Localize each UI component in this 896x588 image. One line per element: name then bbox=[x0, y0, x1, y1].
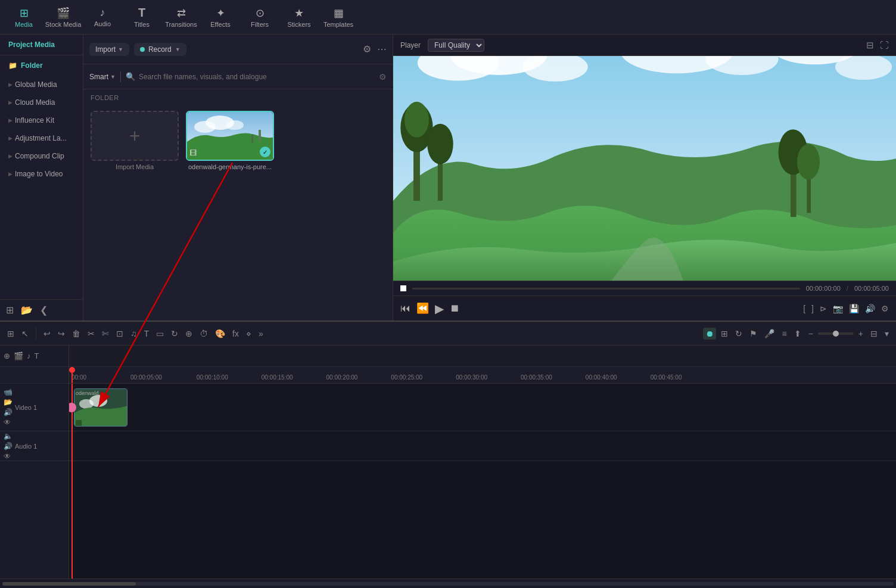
timeline-track-icon[interactable]: ≡ bbox=[779, 328, 789, 340]
timeline-scroll-track[interactable] bbox=[2, 582, 894, 586]
volume-icon[interactable]: 🔊 bbox=[865, 304, 875, 313]
toolbar-templates[interactable]: ▦ Templates bbox=[319, 2, 357, 32]
timeline-zoom-out-icon[interactable]: − bbox=[806, 328, 816, 340]
timeline-export-icon[interactable]: ⬆ bbox=[792, 328, 804, 340]
sidebar-item-cloud-media[interactable]: ▶ Cloud Media bbox=[0, 94, 83, 111]
grid-view-icon[interactable]: ⊞ bbox=[6, 304, 14, 316]
smart-button[interactable]: Smart ▼ bbox=[89, 73, 116, 81]
timeline-layout-icon[interactable]: ⊟ bbox=[868, 328, 880, 340]
audio1-volume-icon[interactable]: 🔊 bbox=[4, 442, 13, 450]
sidebar-item-global-media[interactable]: ▶ Global Media bbox=[0, 76, 83, 94]
timeline-loop-icon[interactable]: ↻ bbox=[733, 328, 745, 340]
snapshot-icon[interactable]: 📷 bbox=[833, 304, 843, 313]
progress-bar[interactable] bbox=[412, 288, 800, 290]
save-frame-icon[interactable]: 💾 bbox=[849, 304, 859, 313]
sidebar-item-adjustment[interactable]: ▶ Adjustment La... bbox=[0, 129, 83, 147]
frame-back-icon[interactable]: ⏪ bbox=[416, 302, 429, 315]
timeline-delete-icon[interactable]: 🗑 bbox=[70, 328, 83, 340]
timeline-crop-icon[interactable]: ⊡ bbox=[114, 328, 126, 340]
import-button[interactable]: Import ▼ bbox=[89, 43, 129, 56]
toolbar-stickers[interactable]: ★ Stickers bbox=[280, 2, 318, 32]
audio1-speaker-icon[interactable]: 🔈 bbox=[4, 432, 13, 440]
play-icon[interactable]: ▶ bbox=[435, 301, 444, 316]
timeline-keyframe-icon[interactable]: ⋄ bbox=[244, 328, 254, 340]
sidebar-global-media-label: Global Media bbox=[15, 80, 57, 89]
zoom-slider[interactable] bbox=[818, 332, 854, 335]
timeline-more-icon[interactable]: » bbox=[256, 328, 266, 340]
toolbar-titles-label: Titles bbox=[134, 21, 150, 28]
timeline-snap-icon[interactable]: ⊞ bbox=[718, 328, 730, 340]
stock-media-icon: 🎬 bbox=[57, 7, 70, 20]
video-clip-item[interactable]: odenwald... bbox=[74, 388, 127, 427]
timeline-mic-icon[interactable]: 🎤 bbox=[762, 328, 777, 340]
app-container: ⊞ Media 🎬 Stock Media ♪ Audio T Titles ⇄… bbox=[0, 0, 896, 588]
timeline-grid-icon[interactable]: ⊞ bbox=[5, 328, 17, 340]
timeline-rotate-icon[interactable]: ↻ bbox=[169, 328, 181, 340]
timeline-marker-icon[interactable]: ⚑ bbox=[747, 328, 760, 340]
more-options-icon[interactable]: ⋯ bbox=[377, 43, 387, 55]
add-audio-track-icon[interactable]: ♪ bbox=[27, 351, 31, 360]
audio1-mute-icon[interactable]: 👁 bbox=[4, 452, 13, 461]
media-file-item[interactable]: 🎞 ✓ odenwald-germany-is-pure... bbox=[186, 111, 274, 170]
timeline-expand-icon[interactable]: ▾ bbox=[882, 328, 891, 340]
quality-select[interactable]: Full Quality 1/2 Quality 1/4 Quality bbox=[428, 39, 484, 52]
grid-layout-icon[interactable]: ⊟ bbox=[866, 40, 874, 51]
fullscreen-icon[interactable]: ⛶ bbox=[880, 40, 889, 51]
search-settings-icon[interactable]: ⚙ bbox=[379, 72, 387, 82]
audio-icon: ♪ bbox=[100, 7, 105, 19]
timeline-split-icon[interactable]: ✂ bbox=[85, 328, 97, 340]
timeline-redo-icon[interactable]: ↪ bbox=[55, 328, 67, 340]
sidebar-item-image-to-video[interactable]: ▶ Image to Video bbox=[0, 165, 83, 183]
add-track-icon[interactable]: ⊕ bbox=[4, 351, 10, 360]
bracket-open-icon[interactable]: [ bbox=[803, 304, 805, 313]
timeline-speed-icon[interactable]: ⏱ bbox=[197, 328, 210, 340]
toolbar-stock-media[interactable]: 🎬 Stock Media bbox=[44, 2, 82, 32]
toolbar-titles[interactable]: T Titles bbox=[123, 2, 161, 32]
import-media-item[interactable]: + Import Media bbox=[91, 111, 179, 170]
new-folder-icon[interactable]: 📂 bbox=[21, 304, 33, 316]
clip-label: odenwald... bbox=[76, 390, 103, 396]
skip-back-icon[interactable]: ⏮ bbox=[400, 303, 410, 315]
video1-volume-icon[interactable]: 🔊 bbox=[4, 408, 13, 416]
player-header-right: ⊟ ⛶ bbox=[866, 40, 889, 51]
timeline-fx-icon[interactable]: fx bbox=[230, 328, 241, 340]
record-label: Record bbox=[148, 45, 172, 54]
timeline-merge-icon[interactable]: ⊕ bbox=[183, 328, 195, 340]
video1-eye-icon[interactable]: 👁 bbox=[4, 418, 13, 427]
svg-point-17 bbox=[405, 102, 429, 138]
ruler-mark-0: 00:00 bbox=[71, 374, 86, 381]
timeline-record-btn[interactable]: ⏺ bbox=[703, 328, 716, 340]
video1-folder-icon[interactable]: 📂 bbox=[4, 398, 13, 406]
toolbar-filters[interactable]: ⊙ Filters bbox=[241, 2, 279, 32]
mark-icon[interactable]: ⊳ bbox=[820, 304, 827, 313]
svg-point-4 bbox=[226, 120, 244, 130]
sidebar-item-influence-kit[interactable]: ▶ Influence Kit bbox=[0, 111, 83, 129]
add-video-track-icon[interactable]: 🎬 bbox=[14, 351, 23, 360]
sidebar-item-compound-clip[interactable]: ▶ Compound Clip bbox=[0, 147, 83, 165]
stop-icon[interactable]: ⏹ bbox=[450, 303, 460, 315]
bracket-close-icon[interactable]: ] bbox=[811, 304, 814, 313]
timeline-text-icon[interactable]: T bbox=[142, 328, 152, 340]
record-button[interactable]: Record ▼ bbox=[134, 43, 186, 56]
timeline-cut-icon[interactable]: ✄ bbox=[99, 328, 111, 340]
tl-divider-1 bbox=[36, 328, 36, 340]
progress-thumb[interactable] bbox=[400, 285, 406, 291]
sidebar-folder[interactable]: 📁 Folder bbox=[0, 55, 83, 76]
toolbar-transitions[interactable]: ⇄ Transitions bbox=[162, 2, 200, 32]
svg-point-23 bbox=[797, 144, 820, 180]
filter-icon[interactable]: ⚙ bbox=[363, 43, 371, 55]
timeline-color-icon[interactable]: 🎨 bbox=[213, 328, 228, 340]
video1-camera-icon[interactable]: 📹 bbox=[4, 388, 13, 396]
timeline-audio-icon[interactable]: ♫ bbox=[128, 328, 139, 340]
add-title-track-icon[interactable]: T bbox=[35, 351, 39, 360]
collapse-icon[interactable]: ❮ bbox=[40, 304, 48, 316]
settings2-icon[interactable]: ⚙ bbox=[881, 304, 889, 313]
timeline-cursor-icon[interactable]: ↖ bbox=[19, 328, 31, 340]
toolbar-audio[interactable]: ♪ Audio bbox=[83, 2, 122, 32]
toolbar-effects[interactable]: ✦ Effects bbox=[201, 2, 239, 32]
search-input[interactable] bbox=[139, 73, 374, 81]
timeline-undo-icon[interactable]: ↩ bbox=[41, 328, 53, 340]
timeline-rect-icon[interactable]: ▭ bbox=[154, 328, 166, 340]
toolbar-media[interactable]: ⊞ Media bbox=[5, 2, 43, 32]
timeline-zoom-in-icon[interactable]: + bbox=[856, 328, 866, 340]
